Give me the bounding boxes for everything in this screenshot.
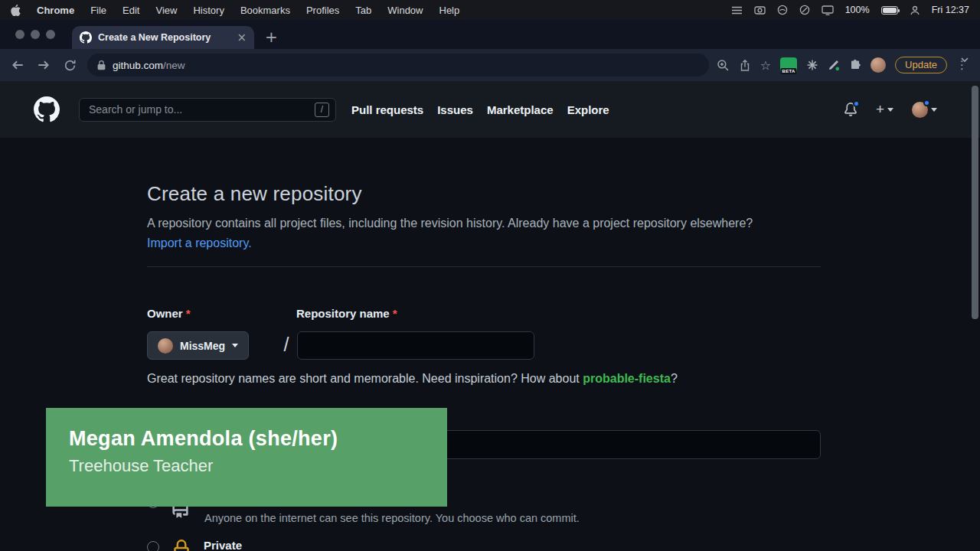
public-description: Anyone on the internet can see this repo… [204, 512, 580, 524]
lower-third-overlay: Megan Amendola (she/her) Treehouse Teach… [46, 408, 447, 507]
browser-toolbar: github.com/new ☆ BETA Update ⋮ [0, 49, 980, 81]
macos-menu-bar: Chrome File Edit View History Bookmarks … [0, 0, 980, 20]
tab-favicon-github-icon [80, 31, 92, 44]
tab-title: Create a New Repository [98, 32, 230, 43]
github-nav: Pull requests Issues Marketplace Explore [351, 103, 609, 116]
new-tab-button[interactable]: + [265, 28, 278, 46]
chevron-down-icon [232, 344, 238, 347]
https-lock-icon[interactable] [96, 60, 106, 70]
address-bar[interactable]: github.com/new [87, 54, 709, 77]
battery-icon[interactable] [881, 6, 898, 15]
owner-select-button[interactable]: MissMeg [147, 331, 249, 360]
chevron-down-icon [887, 108, 893, 112]
beta-extension-icon[interactable]: BETA [780, 57, 797, 73]
section-divider [147, 266, 821, 267]
menu-app-name[interactable]: Chrome [37, 5, 74, 16]
menu-bookmarks[interactable]: Bookmarks [240, 5, 290, 16]
github-search-box[interactable]: / [79, 98, 336, 122]
menu-tab[interactable]: Tab [355, 5, 371, 16]
page-scrollbar-thumb[interactable] [972, 86, 978, 319]
page-intro: A repository contains all project files,… [147, 214, 773, 253]
browser-tab[interactable]: Create a New Repository × [72, 26, 254, 49]
asterisk-extension-icon[interactable] [806, 59, 818, 71]
github-logo-icon[interactable] [34, 96, 60, 122]
private-label: Private [204, 539, 242, 551]
lock-icon [172, 540, 191, 551]
required-asterisk: * [186, 307, 191, 320]
tab-search-chevron-icon[interactable] [960, 52, 969, 66]
private-radio[interactable] [147, 541, 159, 551]
menubar-display-icon[interactable] [822, 5, 834, 15]
nav-pull-requests[interactable]: Pull requests [351, 103, 423, 116]
create-new-plus-button[interactable]: + [876, 101, 893, 118]
reload-button-icon[interactable] [60, 55, 80, 75]
menubar-rows-icon[interactable] [731, 5, 743, 15]
notifications-bell-icon[interactable] [844, 103, 858, 116]
required-asterisk: * [393, 307, 397, 320]
menu-file[interactable]: File [90, 5, 106, 16]
menu-profiles[interactable]: Profiles [306, 5, 339, 16]
profile-menu-button[interactable] [912, 102, 937, 118]
share-icon[interactable] [739, 59, 751, 72]
battery-percent: 100% [845, 5, 870, 15]
slash-key-hint: / [315, 103, 329, 117]
presenter-role: Treehouse Teacher [69, 456, 447, 476]
update-button[interactable]: Update [895, 57, 947, 73]
github-header: / Pull requests Issues Marketplace Explo… [0, 81, 980, 138]
owner-name: MissMeg [180, 340, 225, 352]
url-path: /new [163, 60, 185, 71]
nav-issues[interactable]: Issues [437, 103, 473, 116]
menubar-circle-icon[interactable] [777, 5, 788, 15]
menubar-clock[interactable]: Fri 12:37 [932, 5, 969, 15]
window-minimize-button[interactable] [31, 30, 40, 39]
nav-explore[interactable]: Explore [567, 103, 609, 116]
page-title: Create a new repository [147, 182, 362, 206]
repository-name-input[interactable] [297, 331, 534, 360]
window-close-button[interactable] [15, 30, 24, 39]
extensions-puzzle-icon[interactable] [849, 59, 861, 71]
bookmark-star-icon[interactable]: ☆ [760, 58, 771, 73]
back-button-icon[interactable] [8, 55, 28, 75]
menubar-camera-icon[interactable] [754, 5, 766, 15]
window-zoom-button[interactable] [46, 30, 55, 39]
browser-tab-strip: Create a New Repository × + [0, 20, 980, 49]
url-domain: github.com [113, 60, 163, 71]
search-input[interactable] [89, 103, 315, 116]
menubar-swirl-icon[interactable] [799, 5, 810, 15]
owner-avatar [158, 338, 173, 354]
forward-button-icon[interactable] [34, 55, 54, 75]
repository-name-label: Repository name* [296, 307, 397, 320]
apple-logo-icon[interactable] [11, 5, 21, 16]
zoom-icon[interactable] [717, 59, 730, 72]
chevron-down-icon [931, 108, 937, 112]
menubar-user-switch-icon[interactable] [910, 5, 920, 15]
tab-close-icon[interactable]: × [237, 31, 247, 44]
nav-marketplace[interactable]: Marketplace [487, 103, 554, 116]
owner-repo-slash: / [277, 334, 296, 356]
owner-label: Owner* [147, 307, 191, 320]
avatar-notification-dot [923, 99, 930, 106]
browser-profile-avatar[interactable] [871, 57, 886, 73]
menu-edit[interactable]: Edit [122, 5, 139, 16]
import-repository-link[interactable]: Import a repository. [147, 236, 252, 249]
beta-badge-label: BETA [781, 68, 797, 74]
menu-help[interactable]: Help [439, 5, 460, 16]
suggested-repo-name[interactable]: probable-fiesta [583, 372, 671, 385]
menu-view[interactable]: View [155, 5, 177, 16]
notification-dot [853, 100, 860, 107]
menu-history[interactable]: History [193, 5, 224, 16]
presenter-name: Megan Amendola (she/her) [69, 426, 447, 451]
pencil-extension-icon[interactable] [828, 59, 840, 71]
repo-name-hint: Great repository names are short and mem… [147, 372, 678, 386]
menu-window[interactable]: Window [387, 5, 423, 16]
